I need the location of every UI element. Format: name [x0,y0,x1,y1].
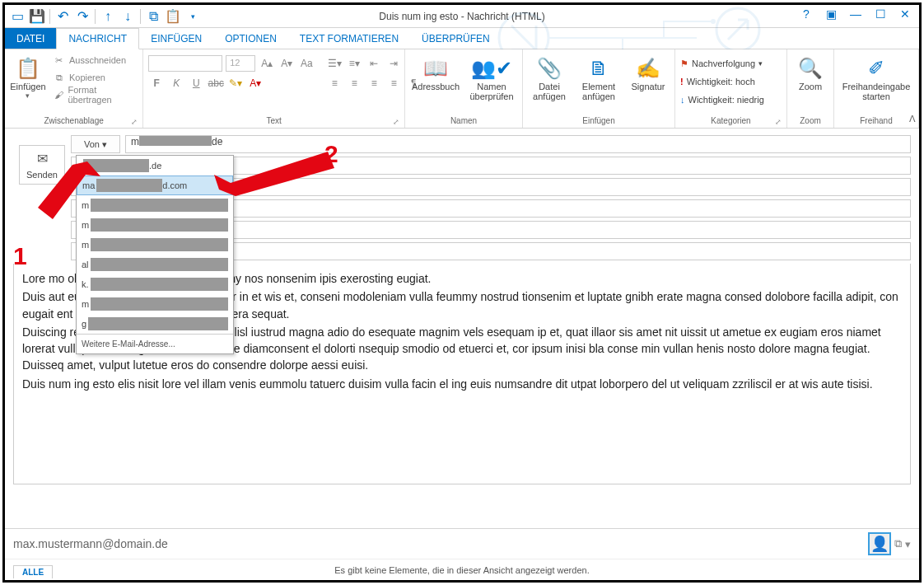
from-option[interactable]: k. [77,274,233,294]
change-case-icon[interactable]: Aa [298,55,315,72]
pen-icon: ✐ [868,55,884,82]
check-names-button[interactable]: 👥✔ Namen überprüfen [466,52,517,101]
ribbon-options-icon[interactable]: ▣ [820,5,842,23]
attach-item-button[interactable]: 🗎 Element anfügen [576,52,622,101]
paste-icon[interactable]: 📋 [164,7,182,26]
from-option[interactable]: m [77,294,233,314]
from-option[interactable]: al [77,255,233,274]
tab-datei[interactable]: DATEI [5,28,56,49]
font-color-icon[interactable]: A▾ [247,75,264,91]
maximize-icon[interactable]: ☐ [870,5,891,23]
dialog-launcher-icon[interactable]: ⤢ [131,118,138,126]
tab-optionen[interactable]: OPTIONEN [213,28,288,49]
indent-icon[interactable]: ⇥ [385,55,402,72]
copy-icon: ⧉ [53,73,66,83]
outdent-icon[interactable]: ⇤ [366,55,382,72]
paste-button[interactable]: 📋 Einfügen ▾ [10,52,46,100]
minimize-icon[interactable]: — [845,5,866,23]
font-family-select[interactable] [148,55,222,72]
close-icon[interactable]: ✕ [894,5,916,23]
avatar[interactable]: 👤 [868,532,891,555]
tab-nachricht[interactable]: NACHRICHT [56,28,139,49]
align-center-icon[interactable]: ≡ [346,75,362,91]
annotation-label-2: 2 [324,140,338,168]
address-book-icon: 📖 [423,55,448,82]
account-email: max.mustermann@domain.de [13,537,168,550]
chevron-down-icon[interactable]: ▾ [905,538,911,550]
highlight-icon[interactable]: ✎▾ [227,75,244,91]
strike-button[interactable]: abc [208,75,224,91]
ribbon-group-ink: ✐ Freihandeingabe starten Freihand [834,49,919,128]
align-left-icon[interactable]: ≡ [326,75,343,91]
paste-icon: 📋 [16,55,40,82]
format-painter-button[interactable]: 🖌Format übertragen [51,87,138,103]
save-icon[interactable]: 💾 [28,7,46,26]
tab-ueberpruefen[interactable]: ÜBERPRÜFEN [410,28,502,49]
send-button[interactable]: ✉ Senden [19,145,65,185]
dialog-launcher-icon[interactable]: ⤢ [775,118,782,126]
align-justify-icon[interactable]: ≡ [385,75,402,91]
from-button[interactable]: Von ▾ [71,135,120,153]
shrink-font-icon[interactable]: A▾ [278,55,295,72]
from-option-selected[interactable]: mad.com [77,176,233,195]
ink-button[interactable]: ✐ Freihandeingabe starten [839,52,913,101]
group-label-clipboard: Zwischenablage [44,116,103,125]
window-icon[interactable]: ▭ [8,7,26,26]
numbering-icon[interactable]: ≡▾ [346,55,362,72]
address-book-button[interactable]: 📖 Adressbuch [410,52,461,91]
from-option[interactable]: m [77,195,233,215]
italic-button[interactable]: K [168,75,184,91]
empty-message: Es gibt keine Elemente, die in dieser An… [5,559,919,580]
underline-button[interactable]: U [188,75,204,91]
quick-access-toolbar: ▭ 💾 ↶ ↷ ↑ ↓ ⧉ 📋 ▾ [5,7,202,26]
send-icon: ✉ [37,151,48,166]
attach-item-icon: 🗎 [589,55,609,82]
group-label-ink: Freihand [860,116,892,125]
from-option[interactable]: .de [77,156,233,176]
bold-button[interactable]: F [148,75,165,91]
importance-low-button[interactable]: ↓Wichtigkeit: niedrig [680,91,764,108]
zoom-button[interactable]: 🔍 Zoom [792,52,828,91]
other-email-option[interactable]: Weitere E-Mail-Adresse... [77,334,233,353]
from-option[interactable]: g [77,314,233,334]
align-right-icon[interactable]: ≡ [366,75,382,91]
copy-button[interactable]: ⧉Kopieren [51,69,138,86]
grow-font-icon[interactable]: A▴ [259,55,275,72]
signature-icon: ✍ [636,55,660,82]
body-paragraph: Duis num ing esto elis nisit lore vel il… [22,376,902,392]
tab-einfuegen[interactable]: EINFÜGEN [139,28,213,49]
tab-text-formatieren[interactable]: TEXT FORMATIEREN [288,28,410,49]
from-option[interactable]: m [77,215,233,235]
arrow-down-icon: ↓ [680,95,685,105]
bullets-icon[interactable]: ☰▾ [326,55,343,72]
alle-tab[interactable]: ALLE [13,565,53,578]
zoom-icon: 🔍 [798,55,823,82]
follow-up-button[interactable]: ⚑Nachverfolgung▾ [680,55,763,72]
importance-high-button[interactable]: !Wichtigkeit: hoch [680,73,755,90]
undo-icon[interactable]: ↶ [54,7,72,26]
from-field[interactable]: m de [125,135,911,153]
help-icon[interactable]: ? [796,5,817,23]
collapse-ribbon-icon[interactable]: ᐱ [909,114,916,124]
cut-button[interactable]: ✂Ausschneiden [51,52,138,68]
send-label: Senden [26,170,58,180]
redo-icon[interactable]: ↷ [73,7,91,26]
group-label-text: Text [266,116,281,125]
dialog-launcher-icon[interactable]: ⤢ [393,118,399,126]
ribbon-group-text: 12 A▴ A▾ Aa F K U abc ✎▾ A▾ [143,49,405,128]
copy-icon[interactable]: ⧉ [144,7,162,26]
from-option[interactable]: m [77,235,233,255]
from-dropdown: .de mad.com m m m al k. m g Weitere E-Ma… [76,155,234,354]
ribbon: 📋 Einfügen ▾ ✂Ausschneiden ⧉Kopieren 🖌Fo… [5,49,919,129]
title-bar: ▭ 💾 ↶ ↷ ↑ ↓ ⧉ 📋 ▾ Duis num ing esto - Na… [5,5,919,28]
font-size-select[interactable]: 12 [226,55,255,72]
brush-icon: 🖌 [53,90,65,100]
qat-menu-icon[interactable]: ▾ [184,7,202,26]
next-item-icon[interactable]: ↓ [119,7,137,26]
flag-icon: ⚑ [680,58,688,69]
prev-item-icon[interactable]: ↑ [99,7,117,26]
ribbon-tabs: DATEI NACHRICHT EINFÜGEN OPTIONEN TEXT F… [5,28,919,49]
signature-button[interactable]: ✍ Signatur [627,52,670,91]
people-pane-icon[interactable]: ⧉ [894,537,902,550]
attach-file-button[interactable]: 📎 Datei anfügen [528,52,571,101]
